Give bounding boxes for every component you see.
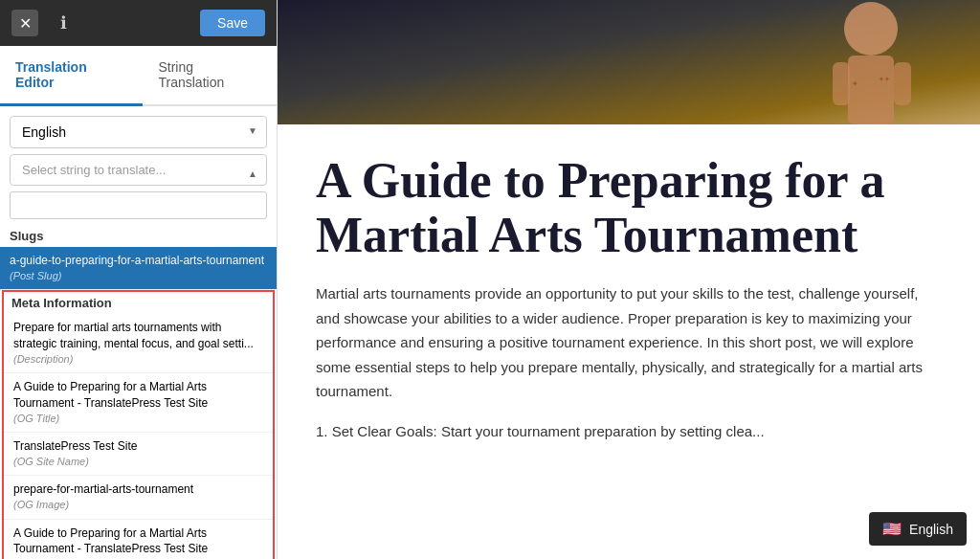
language-badge-label: English [909,522,953,537]
close-button[interactable]: ✕ [11,10,38,36]
left-panel: ✕ ℹ Save Translation Editor String Trans… [0,0,278,559]
language-select-wrapper: English [0,106,277,154]
english-badge[interactable]: 🇺🇸 English [869,512,967,546]
svg-text:✦: ✦ [852,79,858,88]
top-bar: ✕ ℹ Save [0,0,277,46]
slug-item-text: a-guide-to-preparing-for-a-martial-arts-… [10,253,267,269]
meta-item-2-text: TranslatePress Test Site [13,438,263,455]
hero-image: ✦ ✦✦ [278,0,980,124]
meta-item-3[interactable]: prepare-for-martial-arts-tournament (OG … [4,476,273,519]
svg-rect-5 [852,123,871,124]
svg-rect-2 [848,56,894,124]
string-select-wrapper: Select string to translate... [0,154,277,191]
search-input-wrapper [0,191,277,223]
meta-item-2[interactable]: TranslatePress Test Site (OG Site Name) [4,433,273,476]
meta-item-1-type: (OG Title) [13,412,263,426]
string-select[interactable]: Select string to translate... [10,154,267,186]
article-title: A Guide to Preparing for a Martial Arts … [316,153,942,262]
right-panel: ✦ ✦✦ A Guide to Preparing for a Martial … [278,0,980,559]
meta-item-0[interactable]: Prepare for martial arts tournaments wit… [4,314,273,373]
svg-point-1 [844,2,898,56]
info-button[interactable]: ℹ [50,10,77,36]
meta-item-3-type: (OG Image) [13,498,263,512]
article-body-2: 1. Set Clear Goals: Start your tournamen… [316,419,942,444]
slug-item[interactable]: a-guide-to-preparing-for-a-martial-arts-… [0,247,277,290]
meta-item-3-text: prepare-for-martial-arts-tournament [13,481,263,498]
tab-bar: Translation Editor String Translation [0,46,277,106]
meta-section-header: Meta Information [2,290,275,314]
svg-rect-4 [894,62,911,105]
meta-item-0-type: (Description) [13,352,263,367]
language-select[interactable]: English [10,116,267,148]
tab-translation-editor[interactable]: Translation Editor [0,46,143,106]
slugs-section-header: Slugs [0,223,277,247]
meta-item-4[interactable]: A Guide to Preparing for a Martial Arts … [4,520,273,559]
meta-item-4-text: A Guide to Preparing for a Martial Arts … [13,525,263,558]
article-body-1: Martial arts tournaments provide an oppo… [316,281,942,404]
svg-rect-6 [875,123,894,124]
tab-string-translation[interactable]: String Translation [143,46,277,106]
meta-item-1[interactable]: A Guide to Preparing for a Martial Arts … [4,373,273,433]
search-input[interactable] [10,191,267,219]
article-content: A Guide to Preparing for a Martial Arts … [278,124,980,487]
meta-section: Prepare for martial arts tournaments wit… [2,314,275,559]
slug-item-type: (Post Slug) [10,269,267,283]
meta-item-1-text: A Guide to Preparing for a Martial Arts … [13,379,263,412]
meta-item-2-type: (OG Site Name) [13,455,263,469]
save-button[interactable]: Save [200,10,265,36]
flag-icon: 🇺🇸 [882,520,902,538]
meta-item-0-text: Prepare for martial arts tournaments wit… [13,320,263,352]
string-list: Slugs a-guide-to-preparing-for-a-martial… [0,223,277,559]
hero-svg: ✦ ✦✦ [278,0,980,124]
svg-rect-3 [833,62,850,105]
svg-text:✦✦: ✦✦ [879,76,890,82]
